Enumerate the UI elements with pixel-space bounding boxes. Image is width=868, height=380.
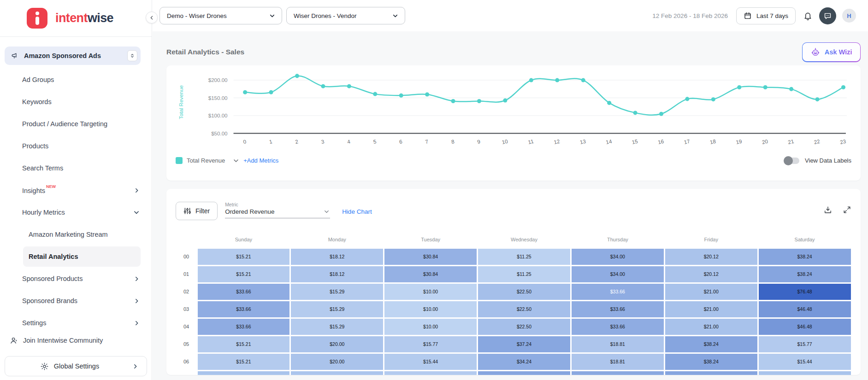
heatmap-cell[interactable]: $18.12	[291, 249, 383, 265]
avatar[interactable]: H	[842, 9, 856, 23]
sidebar-item-amazon-marketing-stream[interactable]: Amazon Marketing Stream	[0, 223, 152, 246]
sidebar-item-settings[interactable]: Settings	[0, 312, 152, 334]
sidebar-item-sponsored-brands[interactable]: Sponsored Brands	[0, 290, 152, 312]
sidebar-item-global-settings[interactable]: Global Settings	[5, 356, 147, 376]
heatmap-cell[interactable]: $10.00	[384, 319, 477, 335]
fullscreen-icon[interactable]	[843, 205, 851, 215]
heatmap-cell[interactable]: $38.24	[665, 354, 757, 370]
profile-selector[interactable]: Wiser Drones - Vendor	[286, 7, 405, 24]
heatmap-hour-label: 03	[176, 300, 197, 318]
chevron-right-icon	[134, 320, 140, 326]
heatmap-cell	[759, 371, 851, 375]
heatmap-cell[interactable]: $15.44	[759, 354, 851, 370]
heatmap-cell[interactable]: $20.00	[291, 336, 383, 352]
heatmap-cell[interactable]: $10.00	[384, 301, 477, 317]
hide-chart-link[interactable]: Hide Chart	[342, 208, 372, 215]
heatmap-cell[interactable]: $11.25	[478, 249, 570, 265]
view-data-labels-toggle[interactable]	[785, 158, 799, 164]
notifications-bell-icon[interactable]	[803, 11, 813, 21]
filter-button[interactable]: Filter	[176, 202, 218, 220]
heatmap-cell[interactable]: $46.48	[759, 319, 851, 335]
sidebar-item-sponsored-products[interactable]: Sponsored Products	[0, 268, 152, 290]
heatmap-cell[interactable]: $21.00	[665, 319, 757, 335]
svg-text:8: 8	[451, 139, 455, 145]
heatmap-cell[interactable]: $34.00	[572, 266, 664, 282]
heatmap-cell[interactable]: $20.12	[665, 249, 757, 265]
svg-text:23: 23	[839, 139, 846, 145]
heatmap-cell[interactable]: $10.00	[384, 284, 477, 300]
heatmap-cell[interactable]: $33.66	[198, 319, 290, 335]
heatmap-cell[interactable]: $38.24	[759, 266, 851, 282]
heatmap-controls: Filter Metric Ordered Revenue Hide Chart	[176, 202, 851, 220]
heatmap-cell[interactable]: $33.66	[198, 284, 290, 300]
heatmap-cell[interactable]: $30.84	[384, 249, 477, 265]
heatmap-cell[interactable]: $21.00	[665, 301, 757, 317]
heatmap-cell[interactable]: $76.48	[759, 284, 851, 300]
heatmap-cell[interactable]: $22.50	[478, 301, 570, 317]
heatmap-cell[interactable]: $37.24	[478, 336, 570, 352]
heatmap-cell[interactable]: $21.00	[665, 284, 757, 300]
heatmap-cell[interactable]: $18.12	[291, 266, 383, 282]
unfold-icon[interactable]	[127, 50, 137, 61]
heatmap-cell[interactable]: $15.77	[759, 336, 851, 352]
heatmap-cell[interactable]: $15.29	[291, 319, 383, 335]
heatmap-cell[interactable]: $18.81	[572, 354, 664, 370]
chevron-down-icon[interactable]	[232, 157, 240, 164]
heatmap-cell	[384, 371, 477, 375]
heatmap-cell[interactable]: $15.77	[384, 336, 477, 352]
sidebar-collapse-button[interactable]	[146, 12, 158, 23]
sidebar-item-retail-analytics[interactable]: Retail Analytics	[23, 246, 141, 267]
heatmap-cell[interactable]: $34.24	[478, 354, 570, 370]
sidebar-item-insights[interactable]: InsightsNEW	[0, 179, 152, 201]
svg-text:14: 14	[605, 138, 613, 145]
heatmap-cell[interactable]: $33.66	[572, 319, 664, 335]
profile-selector-value: Wiser Drones - Vendor	[294, 12, 357, 19]
total-revenue-line-chart: $200.00$150.00$100.00$50.00Total Revenue…	[176, 68, 851, 152]
heatmap-cell[interactable]: $38.24	[665, 336, 757, 352]
heatmap-cell[interactable]: $18.81	[572, 336, 664, 352]
chevron-down-icon	[392, 12, 399, 19]
sidebar-item-search-terms[interactable]: Search Terms	[0, 157, 152, 179]
intentwise-logo-icon	[27, 8, 47, 29]
logo[interactable]: intentwise	[0, 0, 152, 37]
heatmap-cell[interactable]: $11.25	[478, 266, 570, 282]
sidebar-item-ad-groups[interactable]: Ad Groups	[0, 69, 152, 91]
heatmap-cell[interactable]: $15.44	[384, 354, 477, 370]
ask-wizi-button[interactable]: Ask Wizi	[802, 42, 861, 62]
heatmap-cell[interactable]: $33.66	[198, 301, 290, 317]
heatmap-cell[interactable]: $22.50	[478, 319, 570, 335]
heatmap-cell[interactable]: $20.12	[665, 266, 757, 282]
heatmap-cell[interactable]: $46.48	[759, 301, 851, 317]
heatmap-cell[interactable]: $20.00	[291, 354, 383, 370]
heatmap-cell[interactable]: $30.84	[384, 266, 477, 282]
heatmap-cell[interactable]: $15.21	[198, 354, 290, 370]
heatmap-cell[interactable]: $15.29	[291, 301, 383, 317]
sidebar-section-amazon-sponsored-ads[interactable]: Amazon Sponsored Ads	[5, 47, 141, 65]
heatmap-column-header: Monday	[290, 237, 384, 248]
sidebar-item-product-audience-targeting[interactable]: Product / Audience Targeting	[0, 113, 152, 135]
heatmap-cell[interactable]: $34.00	[572, 249, 664, 265]
add-metrics-link[interactable]: +Add Metrics	[243, 157, 278, 164]
sidebar-item-products[interactable]: Products	[0, 135, 152, 157]
heatmap-cell[interactable]: $38.24	[759, 249, 851, 265]
heatmap-cell[interactable]: $33.66	[572, 301, 664, 317]
svg-text:21: 21	[787, 139, 794, 145]
chevron-right-icon	[134, 298, 140, 304]
metric-select[interactable]: Metric Ordered Revenue	[225, 202, 330, 218]
date-preset-button[interactable]: Last 7 days	[736, 7, 796, 24]
heatmap-cell[interactable]: $15.29	[291, 284, 383, 300]
sidebar-item-label: Retail Analytics	[29, 253, 78, 260]
download-icon[interactable]	[823, 205, 833, 215]
heatmap-cell[interactable]: $15.21	[198, 266, 290, 282]
sidebar-item-label: Amazon Marketing Stream	[29, 231, 108, 238]
sidebar-item-keywords[interactable]: Keywords	[0, 91, 152, 113]
heatmap-cell[interactable]: $33.66	[572, 284, 664, 300]
sidebar-item-hourly-metrics[interactable]: Hourly Metrics	[0, 201, 152, 223]
support-chat-icon[interactable]	[819, 7, 836, 24]
heatmap-cell[interactable]: $15.21	[198, 336, 290, 352]
account-selector[interactable]: Demo - Wiser Drones	[159, 7, 282, 24]
sidebar-item-join-intentwise-community[interactable]: Join Intentwise Community	[0, 332, 152, 349]
svg-text:17: 17	[684, 139, 691, 145]
heatmap-cell[interactable]: $15.21	[198, 249, 290, 265]
heatmap-cell[interactable]: $22.50	[478, 284, 570, 300]
